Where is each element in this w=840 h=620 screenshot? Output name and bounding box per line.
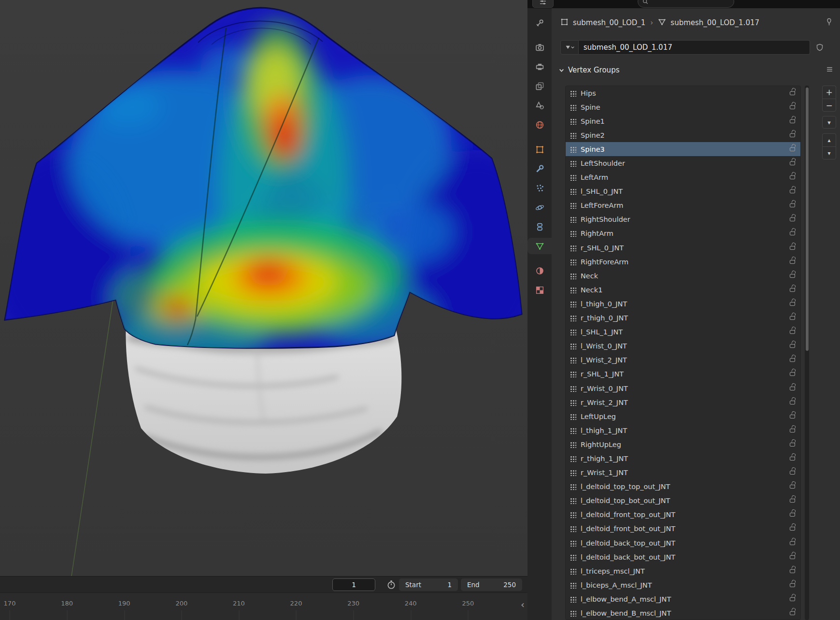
vertex-group-row[interactable]: r_Wrist_0_JNT: [566, 381, 800, 395]
vertex-group-row[interactable]: l_deltoid_back_top_out_JNT: [566, 536, 800, 550]
vertex-group-row[interactable]: r_Wrist_1_JNT: [566, 466, 800, 480]
lock-open-icon[interactable]: [790, 133, 795, 137]
lock-open-icon[interactable]: [790, 358, 795, 362]
lock-open-icon[interactable]: [790, 147, 795, 151]
breadcrumb-data[interactable]: submesh_00_LOD_1.017: [670, 18, 759, 27]
physics-icon[interactable]: [529, 199, 550, 216]
vertex-group-row[interactable]: Spine: [566, 100, 800, 114]
lock-open-icon[interactable]: [790, 387, 795, 390]
vertex-group-row[interactable]: r_SHL_0_JNT: [566, 241, 800, 255]
scrollbar[interactable]: [805, 86, 809, 620]
lock-open-icon[interactable]: [790, 246, 795, 250]
vertex-group-row[interactable]: Neck: [566, 269, 800, 283]
world-icon[interactable]: [529, 116, 550, 133]
lock-open-icon[interactable]: [790, 274, 795, 278]
vertex-group-row[interactable]: RightForeArm: [566, 255, 800, 269]
lock-open-icon[interactable]: [790, 597, 795, 601]
lock-open-icon[interactable]: [790, 513, 795, 517]
lock-open-icon[interactable]: [790, 344, 795, 348]
lock-open-icon[interactable]: [790, 105, 795, 109]
render-icon[interactable]: [529, 39, 550, 56]
vertex-group-row[interactable]: l_deltoid_top_top_out_JNT: [566, 480, 800, 494]
vertex-group-row[interactable]: Neck1: [566, 283, 800, 297]
properties-search[interactable]: [638, 0, 734, 8]
vertex-group-row[interactable]: l_SHL_0_JNT: [566, 185, 800, 199]
modifiers-icon[interactable]: [529, 160, 550, 177]
vertex-group-row[interactable]: l_deltoid_front_bot_out_JNT: [566, 522, 800, 536]
vertex-group-specials-dropdown[interactable]: ▾: [822, 116, 836, 129]
vertex-group-row[interactable]: l_deltoid_front_top_out_JNT: [566, 508, 800, 522]
search-input[interactable]: [651, 0, 729, 5]
texture-icon[interactable]: [529, 282, 550, 298]
lock-open-icon[interactable]: [790, 231, 795, 235]
lock-open-icon[interactable]: [790, 330, 795, 334]
lock-open-icon[interactable]: [790, 119, 795, 123]
pin-icon[interactable]: [825, 18, 833, 28]
lock-open-icon[interactable]: [790, 161, 795, 165]
remove-vertex-group-button[interactable]: −: [822, 99, 836, 112]
lock-open-icon[interactable]: [790, 611, 795, 615]
collapse-arrow-icon[interactable]: ‹: [521, 600, 525, 609]
vertex-group-row[interactable]: l_biceps_A_mscl_JNT: [566, 578, 800, 592]
end-frame-field[interactable]: End 250: [461, 578, 522, 591]
vertex-group-row[interactable]: l_triceps_mscl_JNT: [566, 564, 800, 578]
vertex-group-row[interactable]: l_Wrist_0_JNT: [566, 339, 800, 353]
material-icon[interactable]: [529, 262, 550, 279]
lock-open-icon[interactable]: [790, 569, 795, 573]
vertex-group-row[interactable]: r_Wrist_2_JNT: [566, 395, 800, 409]
move-group-down-button[interactable]: ▾: [822, 146, 836, 159]
vertex-group-row[interactable]: l_thigh_1_JNT: [566, 423, 800, 437]
fake-user-shield-icon[interactable]: [814, 40, 826, 55]
lock-open-icon[interactable]: [790, 372, 795, 376]
vertex-group-row[interactable]: l_deltoid_top_bot_out_JNT: [566, 494, 800, 508]
scene-icon[interactable]: [529, 97, 550, 114]
lock-open-icon[interactable]: [790, 260, 795, 264]
panel-menu-icon[interactable]: [826, 66, 833, 74]
lock-open-icon[interactable]: [790, 91, 795, 95]
vertex-group-row[interactable]: r_thigh_1_JNT: [566, 451, 800, 465]
lock-open-icon[interactable]: [790, 415, 795, 418]
lock-open-icon[interactable]: [790, 189, 795, 193]
vertex-group-row[interactable]: r_SHL_1_JNT: [566, 367, 800, 381]
constraints-icon[interactable]: [529, 218, 550, 235]
vertex-group-row[interactable]: l_deltoid_back_bot_out_JNT: [566, 550, 800, 564]
current-frame-field[interactable]: 1: [332, 578, 375, 591]
particles-icon[interactable]: [529, 180, 550, 196]
browse-mesh-data-button[interactable]: [560, 40, 579, 55]
vertex-group-row[interactable]: RightArm: [566, 227, 800, 241]
vertex-group-row[interactable]: Spine3: [566, 142, 800, 156]
vertex-group-row[interactable]: Spine2: [566, 128, 800, 142]
lock-open-icon[interactable]: [790, 316, 795, 320]
object-data-icon[interactable]: [527, 238, 552, 254]
lock-open-icon[interactable]: [790, 217, 795, 221]
scrollbar-thumb[interactable]: [806, 87, 809, 351]
tool-icon[interactable]: [529, 14, 550, 31]
vertex-group-row[interactable]: l_thigh_0_JNT: [566, 297, 800, 311]
view-layer-icon[interactable]: [529, 78, 550, 94]
lock-open-icon[interactable]: [790, 443, 795, 447]
lock-open-icon[interactable]: [790, 485, 795, 489]
lock-open-icon[interactable]: [790, 288, 795, 292]
vertex-group-row[interactable]: LeftUpLeg: [566, 409, 800, 423]
lock-open-icon[interactable]: [790, 203, 795, 207]
editor-type-button[interactable]: [532, 0, 554, 8]
lock-open-icon[interactable]: [790, 429, 795, 433]
move-group-up-button[interactable]: ▴: [822, 133, 836, 146]
object-icon[interactable]: [529, 141, 550, 158]
vertex-group-row[interactable]: l_elbow_bend_A_mscl_JNT: [566, 592, 800, 606]
vertex-group-row[interactable]: Spine1: [566, 114, 800, 128]
lock-open-icon[interactable]: [790, 555, 795, 559]
vertex-groups-header[interactable]: Vertex Groups: [552, 62, 840, 78]
vertex-group-row[interactable]: RightUpLeg: [566, 437, 800, 451]
vertex-group-row[interactable]: RightShoulder: [566, 213, 800, 227]
mesh-name-field[interactable]: submesh_00_LOD_1.017: [579, 40, 810, 55]
add-vertex-group-button[interactable]: +: [822, 86, 836, 99]
3d-viewport[interactable]: 1 Start 1 End 250 ‹ 17018019020021022023…: [0, 0, 527, 620]
vertex-group-row[interactable]: l_elbow_bend_B_mscl_JNT: [566, 606, 800, 620]
lock-open-icon[interactable]: [790, 471, 795, 475]
vertex-group-row[interactable]: r_thigh_0_JNT: [566, 311, 800, 325]
lock-open-icon[interactable]: [790, 302, 795, 306]
lock-open-icon[interactable]: [790, 401, 795, 404]
output-icon[interactable]: [529, 58, 550, 75]
vertex-group-row[interactable]: LeftShoulder: [566, 156, 800, 170]
